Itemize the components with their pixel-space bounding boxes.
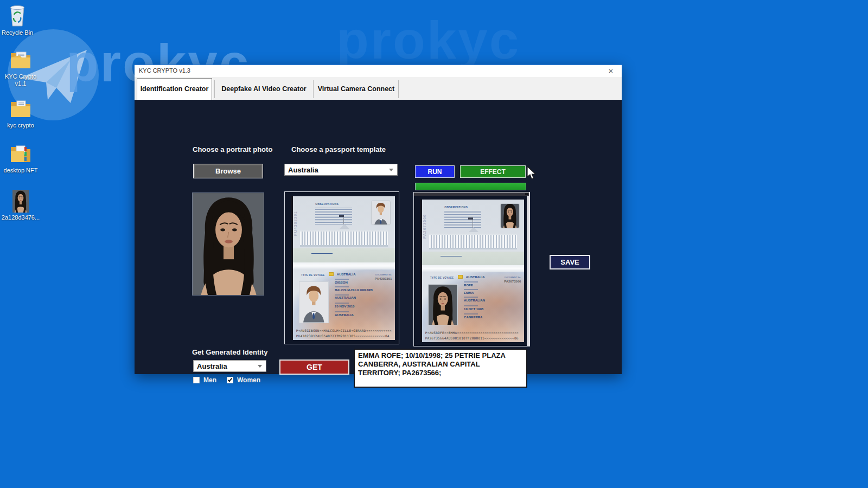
passport-holder-photo (299, 281, 329, 323)
passport-page: PU4302391 OBSERVATIONS (291, 196, 395, 340)
passport-page: PA2673566 OBSERVATIONS (420, 200, 524, 342)
passport-template-value: Australia (288, 166, 318, 174)
preview-mini-control (525, 193, 528, 195)
passport-template-select[interactable]: Australia (284, 164, 398, 176)
passport-paragraph-lines (315, 208, 352, 226)
passport-observations-page: PU4302391 OBSERVATIONS (293, 196, 395, 262)
passport-type-label: TYPE DE VOYAGE (430, 277, 454, 279)
passport-fold (293, 262, 395, 269)
desktop: prokyc prokyc Recycle Bin KYC Crypto v1.… (0, 0, 868, 488)
titlebar[interactable]: KYC CRYPTO v1.3 × (135, 65, 622, 77)
watermark-text-faint: prokyc (336, 10, 520, 71)
desktop-icon-desktop-nft[interactable]: desktop NFT (0, 144, 41, 174)
desktop-icon-label: desktop NFT (0, 167, 41, 174)
identification-panel: Choose a portrait photo Choose a passpor… (135, 100, 622, 374)
app-window: KYC CRYPTO v1.3 × Identification Creator… (135, 65, 622, 374)
generated-country-value: Australia (197, 362, 227, 370)
building-roof (340, 224, 349, 229)
passport-top-photo (501, 204, 519, 228)
passport-type-label: TYPE DE VOYAGE (301, 274, 325, 277)
browse-button[interactable]: Browse (193, 164, 263, 178)
passport-surname: ROFE (464, 284, 473, 287)
passport-data-page: TYPE DE VOYAGE AUSTRALIA DOCUMENT No. PU… (293, 269, 395, 340)
men-checkbox[interactable] (193, 377, 200, 383)
passport-mrz-line2: PA26735664AUS9810107F2808015<<<<<<<<<<<<… (425, 336, 524, 340)
tab-separator (313, 80, 314, 98)
desktop-icon-label: 2a128d3476... (0, 214, 41, 221)
document-no-label: DOCUMENT No. (505, 276, 521, 279)
building-roof (469, 227, 478, 232)
desktop-icon-kyc-crypto-v11[interactable]: KYC Crypto v1.1 (0, 50, 41, 87)
passport-date: 10 OCT 1998 (464, 307, 483, 311)
passport-lawn (293, 248, 395, 262)
passport-side-number: PU4302391 (293, 211, 297, 236)
desktop-icon-label: KYC Crypto v1.1 (0, 73, 41, 87)
passport-observations-page: PA2673566 OBSERVATIONS (422, 200, 524, 265)
tabbar: Identification Creator Deepfake AI Video… (135, 77, 622, 100)
passport-lawn (422, 252, 524, 265)
men-checkbox-label: Men (203, 376, 216, 384)
passport-given-names: MALCOLM-CILLE GERARD (335, 288, 373, 292)
coat-of-arms-icon (329, 272, 334, 276)
passport-date: 20 NOV 2010 (335, 305, 354, 308)
passport-country: AUSTRALIA (337, 273, 356, 276)
close-icon[interactable]: × (603, 66, 618, 76)
effect-button[interactable]: EFFECT (460, 165, 526, 178)
desktop-icon-recycle-bin[interactable]: Recycle Bin (0, 3, 38, 36)
preview-top-bar (414, 192, 529, 196)
passport-data-page: TYPE DE VOYAGE AUSTRALIA DOCUMENT No. PA… (422, 272, 524, 342)
folder-nft-icon (9, 144, 33, 165)
run-button[interactable]: RUN (415, 165, 455, 178)
passport-observations-title: OBSERVATIONS (315, 202, 339, 206)
passport-given-names: EMMA (464, 291, 474, 294)
tab-deepfake-ai-video-creator[interactable]: Deepfake AI Video Creator (216, 79, 311, 100)
passport-place: CANBERRA (464, 316, 482, 319)
passport-template-preview: PU4302391 OBSERVATIONS (284, 191, 399, 344)
progress-fill (416, 183, 526, 190)
portrait-photo-preview (192, 192, 264, 296)
passport-country: AUSTRALIA (466, 275, 485, 279)
template-section-label: Choose a passport template (291, 145, 386, 153)
progress-bar (415, 183, 526, 190)
preview-scrollbar[interactable] (527, 196, 529, 346)
document-no-value: PU4302391 (375, 277, 392, 280)
portrait-section-label: Choose a portrait photo (193, 145, 272, 153)
photo-thumbnail-icon (12, 190, 29, 213)
tab-separator (398, 80, 399, 98)
women-checkbox[interactable] (227, 377, 233, 383)
desktop-icon-label: Recycle Bin (0, 29, 38, 36)
passport-fold (422, 265, 524, 272)
passport-nationality: AUSTRALIAN (464, 299, 485, 302)
folder-icon (9, 99, 33, 120)
document-no-value: PA2673566 (504, 280, 521, 283)
desktop-icon-label: kyc crypto (0, 122, 41, 129)
desktop-icon-kyc-crypto[interactable]: kyc crypto (0, 99, 41, 129)
tab-virtual-camera-connect[interactable]: Virtual Camera Connect (315, 79, 397, 100)
generated-passport-preview: PA2673566 OBSERVATIONS (413, 192, 530, 346)
passport-paragraph-lines (444, 211, 481, 229)
check-icon (228, 377, 232, 382)
document-no-label: DOCUMENT No. (375, 273, 392, 276)
generated-country-select[interactable]: Australia (193, 360, 266, 372)
save-button[interactable]: SAVE (550, 255, 590, 269)
get-button[interactable]: GET (279, 359, 349, 375)
passport-place: AUSTRALIA (335, 313, 354, 317)
tab-separator (214, 80, 215, 98)
passport-nationality: AUSTRALIAN (335, 296, 356, 299)
recycle-bin-icon (7, 3, 28, 28)
women-checkbox-label: Women (237, 376, 260, 384)
generated-identity-output[interactable]: EMMA ROFE; 10/10/1998; 25 PETRIE PLAZA C… (354, 349, 527, 388)
tab-identification-creator[interactable]: Identification Creator (137, 78, 212, 100)
passport-mrz-line1: P<AUSROFE<<EMMA<<<<<<<<<<<<<<<<<<<<<<<<<… (425, 331, 524, 335)
folder-icon (9, 50, 33, 72)
parliament-building (429, 234, 517, 249)
passport-caption-line (311, 253, 333, 254)
passport-caption-line (441, 256, 462, 256)
passport-mrz-line1: P<AUSGIBSON<<MALCOLM<CILLE<GERARD<<<<<<<… (296, 329, 394, 332)
passport-mrz-line2: PU43023912AUS5407237M2011305<<<<<<<<<<<<… (296, 334, 394, 338)
coat-of-arms-icon (458, 275, 463, 279)
passport-holder-photo (428, 284, 458, 325)
desktop-icon-photo-file[interactable]: 2a128d3476... (0, 190, 41, 221)
passport-observations-title: OBSERVATIONS (444, 206, 468, 209)
chevron-down-icon (258, 365, 262, 368)
